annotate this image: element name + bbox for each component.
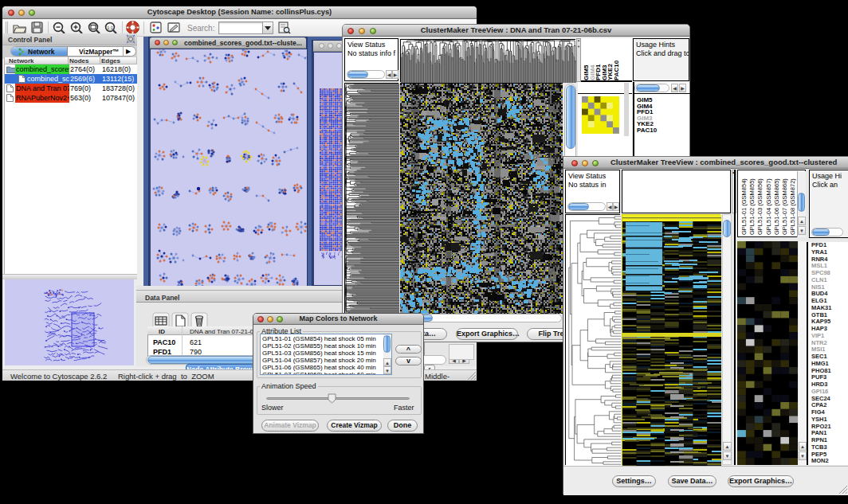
- svg-text:1:1: 1:1: [107, 25, 113, 30]
